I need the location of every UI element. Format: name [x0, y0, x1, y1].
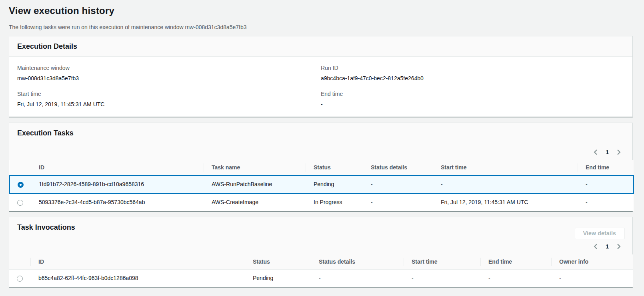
task-invocations-title: Task Invocations [17, 223, 75, 250]
cell-id: 1fd91b72-2826-4589-891b-cd10a9658316 [31, 175, 204, 193]
execution-details-header: Execution Details [9, 36, 632, 57]
column-header-start-time: Start time [433, 160, 578, 175]
next-page-button[interactable] [614, 243, 624, 250]
column-header-status: Status [306, 160, 363, 175]
task-invocations-header: Task Invocations View details 1 [9, 217, 632, 254]
execution-tasks-panel: Execution Tasks 1 [9, 123, 633, 212]
table-row[interactable]: 5093376e-2c34-4cd5-b87a-95730bc564ab AWS… [10, 193, 634, 211]
cell-owner-info: - [551, 270, 633, 287]
column-header-owner-info: Owner info [551, 254, 633, 270]
select-column-header [10, 160, 31, 175]
cell-task-name: AWS-CreateImage [204, 193, 306, 211]
field-run-id: Run ID a9bc4bca-1af9-47c0-bec2-812a5fe26… [321, 65, 624, 82]
cell-status: In Progress [306, 193, 363, 211]
page-subtitle: The following tasks were run on this exe… [9, 24, 633, 31]
cell-end-time: - [578, 175, 634, 193]
current-page-button[interactable]: 1 [602, 148, 612, 156]
execution-tasks-pagination: 1 [590, 148, 624, 156]
cell-start-time: Fri, Jul 12, 2019, 11:45:31 AM UTC [433, 193, 578, 211]
execution-tasks-header-row: ID Task name Status Status details Start… [10, 160, 634, 175]
column-header-end-time: End time [578, 160, 634, 175]
field-end-time: End time - [321, 91, 624, 108]
field-label: Run ID [321, 65, 624, 72]
cell-id: b65c4a82-62ff-44fc-963f-b0dc1286a098 [30, 270, 245, 287]
chevron-right-icon [617, 244, 621, 249]
column-header-start-time: Start time [404, 254, 480, 270]
field-value: a9bc4bca-1af9-47c0-bec2-812a5fe264b0 [321, 75, 624, 82]
previous-page-button[interactable] [590, 149, 601, 156]
field-label: End time [321, 91, 624, 97]
cell-status-details: - [363, 193, 433, 211]
task-invocations-controls: View details 1 [575, 223, 624, 250]
task-invocations-table: ID Status Status details Start time End … [9, 254, 633, 287]
chevron-right-icon [617, 149, 621, 155]
cell-id: 5093376e-2c34-4cd5-b87a-95730bc564ab [31, 193, 204, 211]
previous-page-button[interactable] [590, 243, 601, 250]
chevron-left-icon [593, 149, 598, 155]
field-start-time: Start time Fri, Jul 12, 2019, 11:45:31 A… [17, 91, 321, 108]
row-select-radio[interactable] [17, 200, 23, 206]
next-page-button[interactable] [614, 149, 624, 156]
execution-tasks-header: Execution Tasks 1 [9, 123, 632, 160]
field-maintenance-window: Maintenance window mw-008d31c3d8a5e7fb3 [17, 65, 321, 82]
execution-details-panel: Execution Details Maintenance window mw-… [9, 36, 633, 117]
field-value: mw-008d31c3d8a5e7fb3 [17, 75, 321, 82]
column-header-id: ID [30, 254, 245, 270]
cell-status: Pending [245, 270, 311, 287]
execution-details-title: Execution Details [17, 42, 624, 51]
row-select-radio[interactable] [18, 182, 24, 188]
chevron-left-icon [593, 244, 598, 249]
cell-status-details: - [363, 175, 433, 193]
execution-tasks-title: Execution Tasks [17, 129, 74, 156]
cell-status: Pending [306, 175, 363, 193]
cell-start-time: - [433, 175, 578, 193]
column-header-status-details: Status details [311, 254, 404, 270]
column-header-status: Status [245, 254, 311, 270]
field-label: Start time [17, 91, 321, 97]
field-value: Fri, Jul 12, 2019, 11:45:31 AM UTC [17, 101, 321, 108]
task-invocations-header-row: ID Status Status details Start time End … [9, 254, 633, 270]
page-title: View execution history [9, 0, 633, 17]
cell-end-time: - [578, 193, 634, 211]
table-row[interactable]: b65c4a82-62ff-44fc-963f-b0dc1286a098 Pen… [9, 270, 633, 287]
column-header-status-details: Status details [363, 160, 433, 175]
view-details-button[interactable]: View details [575, 228, 624, 239]
execution-tasks-table: ID Task name Status Status details Start… [9, 160, 634, 211]
column-header-task-name: Task name [204, 160, 306, 175]
execution-details-body: Maintenance window mw-008d31c3d8a5e7fb3 … [9, 57, 632, 117]
cell-status-details: - [311, 270, 404, 287]
cell-end-time: - [480, 270, 551, 287]
execution-tasks-controls: 1 [590, 129, 624, 156]
row-select-radio[interactable] [17, 276, 23, 282]
current-page-button[interactable]: 1 [602, 242, 612, 250]
table-row[interactable]: 1fd91b72-2826-4589-891b-cd10a9658316 AWS… [10, 175, 634, 193]
field-value: - [321, 101, 624, 108]
column-header-id: ID [31, 160, 204, 175]
select-column-header [9, 254, 30, 270]
main-content: View execution history The following tas… [0, 0, 644, 288]
task-invocations-pagination: 1 [590, 242, 624, 250]
column-header-end-time: End time [480, 254, 551, 270]
task-invocations-panel: Task Invocations View details 1 [9, 217, 633, 288]
field-label: Maintenance window [17, 65, 321, 72]
cell-task-name: AWS-RunPatchBaseline [204, 175, 306, 193]
cell-start-time: - [404, 270, 480, 287]
